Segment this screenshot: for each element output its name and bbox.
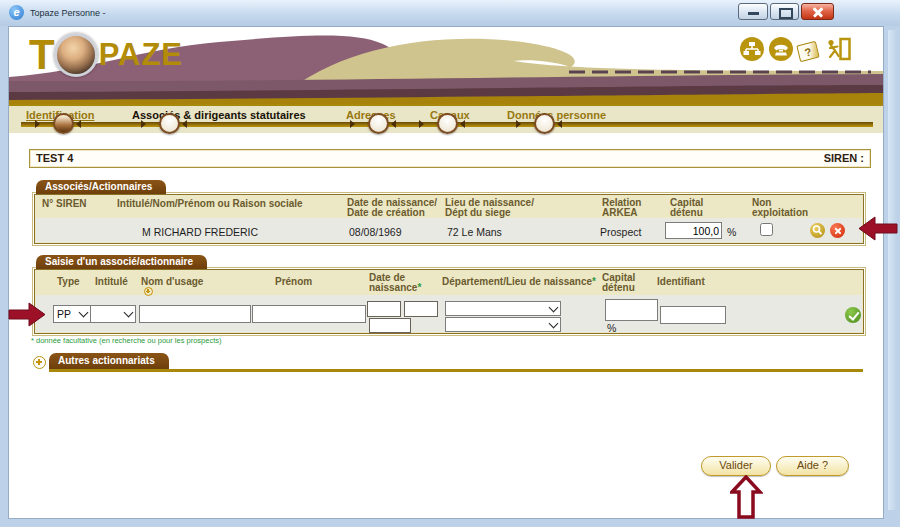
minimize-button[interactable]: [738, 3, 768, 20]
exit-door-icon[interactable]: [823, 37, 851, 65]
intitule-select[interactable]: [90, 305, 136, 323]
expand-plus-icon[interactable]: [33, 356, 46, 369]
step-dot-canaux: [437, 113, 458, 134]
lieu-naissance-select[interactable]: [445, 317, 561, 332]
org-chart-icon[interactable]: [740, 37, 764, 65]
section-underline: [49, 369, 863, 372]
maximize-icon: [779, 8, 793, 19]
logo-letter-t: T: [29, 35, 53, 75]
col-type: Type: [57, 277, 80, 287]
magnifier-icon[interactable]: [810, 223, 825, 238]
section-title-actionnaires: Associés/Actionnaires: [36, 180, 166, 194]
prenom-input[interactable]: [252, 305, 366, 323]
phone-icon[interactable]: [769, 37, 793, 65]
percent-sign-entry: %: [607, 322, 616, 334]
banner-toolbar: ?: [740, 37, 851, 65]
shareholder-birthplace: 72 Le Mans: [447, 226, 502, 238]
shareholder-relation: Prospect: [600, 226, 641, 238]
col-capital: Capitaldétenu: [670, 198, 703, 218]
wizard-nav: Identification Associés & dirigeants sta…: [9, 104, 883, 133]
topaze-logo: T PAZE: [29, 33, 183, 77]
col-non-exploitation: Nonexploitation: [752, 198, 808, 218]
delete-icon[interactable]: [830, 223, 845, 238]
help-book-icon[interactable]: ?: [796, 40, 820, 61]
confirm-add-icon[interactable]: [845, 307, 861, 323]
col-intitule: Intitulé/Nom/Prénom ou Raison sociale: [117, 199, 303, 209]
col-date-naissance: Date de naissance/Date de création: [347, 198, 437, 218]
close-button[interactable]: [801, 3, 834, 20]
context-bar: TEST 4 SIREN :: [29, 149, 871, 168]
col-departement: Département/Lieu de naissance*: [442, 277, 596, 287]
shareholder-birthdate: 08/08/1969: [349, 226, 402, 238]
annotation-arrow-left: [856, 215, 898, 242]
nom-usage-input[interactable]: [139, 305, 251, 323]
valider-button[interactable]: Valider: [701, 456, 771, 476]
chevron-down-icon: [79, 308, 89, 318]
col-siren: N° SIREN: [42, 199, 87, 209]
chevron-down-icon: [124, 308, 134, 318]
banner: T PAZE ?: [9, 27, 883, 105]
birth-year-input[interactable]: [369, 318, 411, 333]
window-title: Topaze Personne -: [30, 8, 106, 18]
dossier-name: TEST 4: [36, 150, 73, 167]
maximize-button[interactable]: [770, 3, 799, 20]
page: T PAZE ? Identification Associés & dirig…: [8, 26, 884, 519]
col-date-naissance-entry: Date denaissance*: [369, 273, 421, 293]
annotation-arrow-up: [730, 475, 763, 520]
departement-select[interactable]: [445, 301, 561, 316]
app-window: e Topaze Personne - T PAZE: [0, 0, 900, 527]
col-capital-entry: Capitaldétenu: [602, 273, 635, 293]
section-title-autres[interactable]: Autres actionnariats: [49, 353, 169, 369]
siren-label: SIREN :: [824, 150, 864, 167]
capital-entry-input[interactable]: [605, 299, 658, 321]
non-exploitation-checkbox[interactable]: [760, 223, 773, 236]
entry-table: Type Intitulé Nom d'usage Prénom Date de…: [34, 269, 864, 334]
step-dot-identification: [53, 113, 74, 134]
col-identifiant: Identifiant: [657, 277, 705, 287]
section-title-saisie: Saisie d'un associé/actionnaire: [36, 255, 207, 269]
minimize-icon: [748, 12, 759, 15]
chevron-down-icon: [549, 302, 559, 312]
step-dot-adresses: [368, 113, 389, 134]
identifiant-input[interactable]: [660, 306, 726, 324]
window-frame-edge: [888, 30, 897, 510]
annotation-arrow-right: [8, 301, 47, 328]
col-lieu-naissance: Lieu de naissance/Dépt du siege: [445, 198, 534, 218]
step-dot-donnees: [534, 113, 555, 134]
col-intitule-entry: Intitulé: [95, 277, 128, 287]
shareholders-table: N° SIREN Intitulé/Nom/Prénom ou Raison s…: [34, 194, 864, 244]
col-prenom: Prénom: [275, 277, 312, 287]
step-dot-associes: [159, 113, 180, 134]
birth-day-input[interactable]: [367, 301, 401, 317]
type-select[interactable]: PP: [53, 305, 91, 323]
col-nom-usage: Nom d'usage: [141, 277, 203, 296]
footnote: * donnée facultative (en recherche ou po…: [31, 336, 222, 345]
browser-icon: e: [9, 5, 24, 20]
nav-step-associes[interactable]: Associés & dirigeants statutaires: [132, 109, 306, 121]
chevron-down-icon: [549, 318, 559, 328]
nom-usage-plus-icon[interactable]: [144, 287, 153, 296]
birth-month-input[interactable]: [404, 301, 438, 317]
aide-button[interactable]: Aide ?: [776, 456, 849, 476]
capital-input[interactable]: [665, 222, 722, 239]
logo-letters-paze: PAZE: [99, 38, 183, 72]
shareholder-name: M RICHARD FREDERIC: [142, 226, 258, 238]
col-relation: RelationARKEA: [602, 198, 641, 218]
titlebar: e Topaze Personne -: [0, 0, 900, 26]
logo-photo: [54, 33, 98, 77]
percent-sign: %: [727, 226, 736, 238]
